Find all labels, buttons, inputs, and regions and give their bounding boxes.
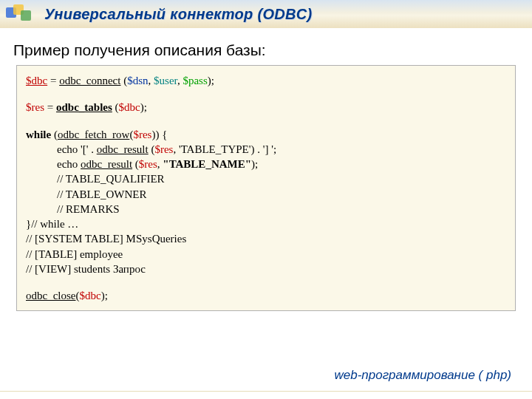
logo-icon <box>4 3 35 25</box>
page-title: Универсальный коннектор (ODBC) <box>44 6 313 23</box>
slide: Универсальный коннектор (ODBC) Пример по… <box>0 0 532 399</box>
code-line-12: // [VIEW] students Запрос <box>26 262 506 276</box>
code-line-6: // TABLE_QUALIFIER <box>26 171 506 186</box>
header-bar: Универсальный коннектор (ODBC) <box>0 0 532 30</box>
code-line-3: while (odbc_fetch_row($res)) { <box>26 127 506 142</box>
code-line-8: // REMARKS <box>26 202 506 216</box>
code-line-4: echo '[' . odbc_result ($res, 'TABLE_TYP… <box>26 142 506 157</box>
code-line-9: }// while … <box>26 216 506 231</box>
code-line-2: $res = odbc_tables ($dbc); <box>26 100 506 115</box>
code-line-10: // [SYSTEM TABLE] MSysQueries <box>26 231 506 246</box>
footer-divider <box>0 391 532 392</box>
svg-rect-2 <box>21 10 31 21</box>
code-line-13: odbc_close($dbc); <box>26 288 506 303</box>
code-line-7: // TABLE_OWNER <box>26 187 506 202</box>
code-line-5: echo odbc_result ($res, "TABLE_NAME"); <box>26 157 506 171</box>
subtitle: Пример получения описания базы: <box>13 41 266 59</box>
code-box: $dbc = odbc_connect ($dsn, $user, $pass)… <box>16 65 516 311</box>
code-line-11: // [TABLE] employee <box>26 247 506 262</box>
footer-text: web-программирование ( php) <box>334 368 511 383</box>
code-line-1: $dbc = odbc_connect ($dsn, $user, $pass)… <box>26 73 506 88</box>
